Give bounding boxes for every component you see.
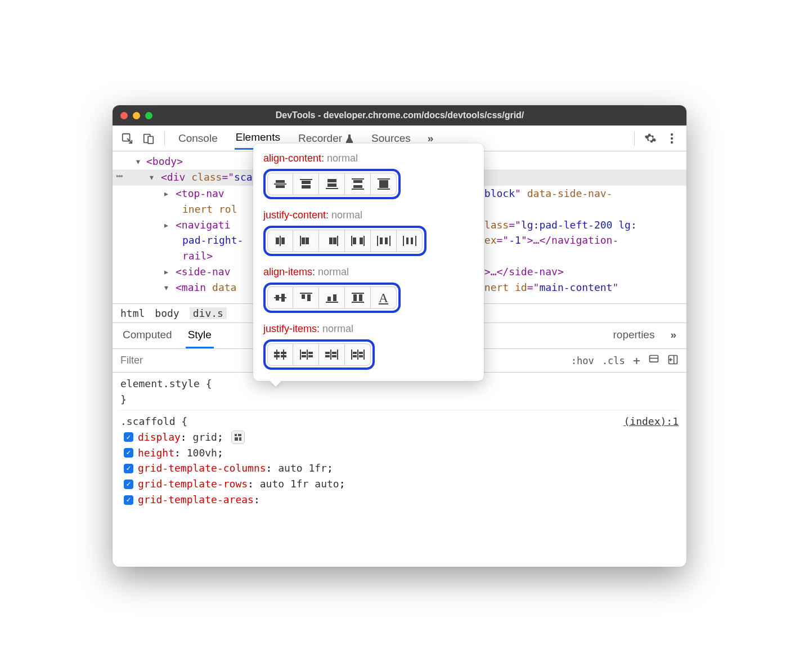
crumb-html[interactable]: html [120,307,145,319]
settings-gear-icon[interactable] [641,129,659,147]
justify-items-group: justify-items: normal [263,323,474,370]
align-items-options: A [263,283,401,313]
svg-rect-26 [378,189,390,190]
svg-rect-77 [332,352,336,354]
prop-grid-template-columns[interactable]: ✓ grid-template-columns: auto 1fr; [120,460,679,476]
align-content-center-icon[interactable] [267,173,293,195]
justify-content-space-between-icon[interactable] [345,230,371,252]
source-link[interactable]: (index):1 [623,414,679,429]
svg-rect-62 [276,350,277,360]
checkbox-icon[interactable]: ✓ [124,448,133,458]
svg-rect-28 [280,236,281,246]
svg-rect-15 [300,179,312,180]
svg-rect-52 [300,293,312,294]
rendering-icon[interactable] [648,354,659,368]
svg-rect-17 [302,185,311,189]
svg-rect-66 [274,355,280,357]
svg-rect-40 [360,238,363,244]
svg-rect-84 [359,352,363,354]
kebab-menu-icon[interactable] [663,129,681,147]
justify-items-stretch-icon[interactable] [345,343,371,366]
prop-grid-template-areas[interactable]: ✓ grid-template-areas: [120,492,679,508]
expand-arrow-icon[interactable] [135,154,141,169]
computed-panel-icon[interactable] [667,354,679,368]
svg-rect-50 [276,295,279,301]
checkbox-icon[interactable]: ✓ [124,480,133,489]
cls-toggle[interactable]: .cls [602,355,625,366]
align-items-baseline-icon[interactable]: A [371,286,397,309]
expand-arrow-icon[interactable] [163,186,169,201]
svg-rect-68 [300,350,301,360]
align-content-end-icon[interactable] [319,173,345,195]
svg-rect-36 [333,238,336,244]
expand-arrow-icon[interactable] [163,217,169,233]
svg-rect-74 [330,350,331,360]
hov-toggle[interactable]: :hov [571,355,594,366]
align-content-stretch-icon[interactable] [371,173,397,195]
svg-rect-6 [650,355,658,362]
align-content-start-icon[interactable] [293,173,319,195]
subtab-properties[interactable]: roperties [611,323,657,348]
svg-rect-58 [352,293,364,294]
justify-content-group: justify-content: normal [263,209,474,256]
justify-content-start-icon[interactable] [293,230,319,252]
svg-rect-82 [363,350,365,360]
prop-grid-template-rows[interactable]: ✓ grid-template-rows: auto 1fr auto; [120,476,679,492]
align-items-start-icon[interactable] [293,286,319,309]
checkbox-icon[interactable]: ✓ [124,495,133,505]
device-toolbar-icon[interactable] [140,129,158,147]
svg-rect-59 [352,302,364,303]
svg-rect-81 [357,350,358,360]
new-rule-button[interactable]: + [633,353,640,368]
svg-rect-2 [148,136,153,144]
grid-editor-button[interactable] [231,431,245,444]
checkbox-icon[interactable]: ✓ [124,432,133,442]
subtabs-overflow-icon[interactable]: » [668,323,679,348]
svg-rect-80 [351,350,352,360]
inspect-element-icon[interactable] [118,129,136,147]
svg-rect-53 [302,294,305,299]
justify-content-center-icon[interactable] [267,230,293,252]
align-content-options [263,169,401,199]
svg-rect-9 [238,434,241,436]
svg-rect-13 [276,180,285,183]
tab-recorder-label: Recorder [298,132,342,145]
svg-rect-57 [333,294,336,301]
svg-rect-14 [276,185,285,188]
svg-rect-21 [352,178,364,180]
crumb-body[interactable]: body [155,307,179,319]
svg-rect-32 [302,238,305,244]
scaffold-rule-block[interactable]: (index):1 .scaffold { ✓ display: grid; ✓… [120,410,679,508]
justify-items-end-icon[interactable] [319,343,345,366]
svg-rect-72 [302,355,306,357]
svg-rect-20 [327,183,336,187]
svg-rect-34 [337,236,338,246]
expand-arrow-icon[interactable] [163,264,169,280]
svg-rect-73 [308,355,313,357]
checkbox-icon[interactable]: ✓ [124,464,133,473]
subtab-styles[interactable]: Style [186,323,214,348]
justify-content-space-around-icon[interactable] [371,230,397,252]
justify-items-options [263,339,375,370]
svg-rect-11 [239,437,241,441]
svg-rect-38 [363,236,365,246]
prop-height[interactable]: ✓ height: 100vh; [120,445,679,461]
align-content-space-between-icon[interactable] [345,173,371,195]
expand-arrow-icon[interactable] [163,280,169,295]
justify-items-start-icon[interactable] [293,343,319,366]
prop-display[interactable]: ✓ display: grid; [120,429,679,445]
tabs-overflow-icon[interactable]: » [428,132,434,145]
align-items-stretch-icon[interactable] [345,286,371,309]
align-items-center-icon[interactable] [267,286,293,309]
justify-items-center-icon[interactable] [267,343,293,366]
tab-console[interactable]: Console [177,128,219,149]
svg-rect-42 [389,236,390,246]
align-items-end-icon[interactable] [319,286,345,309]
subtab-computed[interactable]: Computed [120,323,174,348]
justify-content-space-evenly-icon[interactable] [397,230,423,252]
styles-pane: element.style { } (index):1 .scaffold { … [113,373,686,511]
justify-content-end-icon[interactable] [319,230,345,252]
expand-arrow-icon[interactable] [149,169,155,185]
justify-content-options [263,226,427,256]
crumb-div-scaffold[interactable]: div.s [190,307,227,319]
